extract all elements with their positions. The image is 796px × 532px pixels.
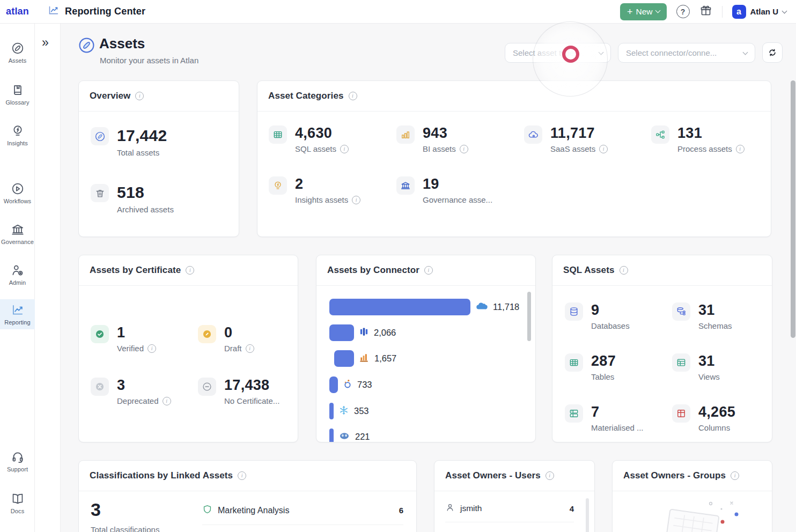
open-book-icon — [0, 492, 35, 506]
card-title: Asset Owners - Groups — [623, 470, 726, 481]
info-icon[interactable]: i — [620, 266, 628, 275]
connector-bar — [329, 299, 470, 315]
assets-by-connector-card: Assets by Connectori 11,718 2,066 1,657 … — [316, 255, 536, 442]
saas-assets-stat: 11,717 SaaS assetsi — [524, 125, 608, 153]
bulb-bolt-icon — [269, 176, 287, 195]
sidebar-item-insights[interactable]: Insights — [0, 120, 35, 150]
sidebar-item-assets[interactable]: Assets — [0, 38, 35, 68]
sidebar-item-glossary[interactable]: Glossary — [0, 79, 35, 109]
card-title: Assets by Certificate — [90, 265, 181, 276]
page-title: Assets — [99, 35, 145, 52]
sql-assets-card: SQL Assetsi 9 Databases 31 Schemas 287 T… — [552, 255, 772, 442]
asset-type-select[interactable]: Select asset type — [505, 43, 611, 63]
materialised-views-stat: 7 Materialised ... — [565, 404, 644, 432]
atlan-logo[interactable]: atlan — [0, 6, 35, 17]
info-icon[interactable]: i — [186, 266, 194, 275]
tables-stat: 287 Tables — [565, 353, 616, 381]
card-title: Asset Owners - Users — [445, 470, 541, 481]
schema-icon — [672, 302, 690, 321]
info-icon[interactable]: i — [148, 344, 156, 353]
sidebar-item-governance[interactable]: Governance — [0, 219, 35, 249]
info-icon[interactable]: i — [599, 145, 608, 153]
headphones-icon — [0, 450, 35, 464]
compass-icon — [91, 127, 109, 145]
user-menu[interactable]: a Atlan U — [732, 5, 787, 19]
no-certificate-stat: 17,438 No Certificate... — [198, 378, 279, 405]
collapse-panel-button[interactable]: » — [42, 35, 48, 50]
sidebar-item-docs[interactable]: Docs — [0, 488, 35, 518]
info-icon[interactable]: i — [349, 92, 357, 100]
deprecated-stat: 3 Deprecatedi — [91, 378, 171, 405]
connector-row: 221 — [329, 428, 370, 442]
refresh-button[interactable] — [762, 42, 783, 63]
info-icon[interactable]: i — [424, 266, 433, 275]
orange-bars-icon — [359, 352, 370, 365]
assets-compass-icon — [78, 37, 95, 56]
connector-bar — [334, 350, 354, 367]
sidebar-item-admin[interactable]: Admin — [0, 260, 35, 290]
snowflake-icon — [338, 405, 349, 418]
book-icon — [0, 83, 35, 97]
cloud-gear-icon — [524, 125, 542, 144]
play-circle-icon — [0, 182, 35, 196]
owner-user-row[interactable]: jsmith 4 — [445, 503, 574, 522]
secondary-rail — [35, 24, 60, 532]
sidebar-item-reporting[interactable]: Reporting — [0, 299, 35, 329]
chevron-down-icon — [655, 8, 660, 13]
gift-icon[interactable] — [699, 4, 712, 19]
reporting-center-app: atlan Reporting Center +New ? a Atlan U — [0, 0, 796, 532]
view-table-icon — [672, 353, 690, 372]
info-icon[interactable]: i — [238, 471, 246, 480]
connector-chart-scrollbar[interactable] — [527, 292, 531, 341]
connector-row: 2,066 — [329, 324, 396, 341]
users-list-scrollbar[interactable] — [586, 498, 589, 532]
ring-connector-icon — [343, 379, 352, 391]
verified-stat: 1 Verifiedi — [91, 325, 156, 353]
sidebar-item-workflows[interactable]: Workflows — [0, 178, 35, 208]
info-icon[interactable]: i — [546, 471, 554, 480]
connector-bar — [329, 403, 334, 419]
info-icon[interactable]: i — [731, 471, 739, 480]
connector-bar — [329, 324, 354, 341]
bank-icon — [396, 176, 415, 195]
chevron-down-icon — [743, 49, 748, 55]
connector-row: 11,718 — [329, 299, 519, 315]
card-title: Overview — [90, 91, 130, 101]
info-icon[interactable]: i — [246, 344, 254, 353]
databases-stat: 9 Databases — [565, 302, 630, 330]
connector-row: 353 — [329, 403, 369, 419]
deprecated-seal-icon — [91, 378, 109, 396]
table-icon — [565, 353, 583, 372]
total-classifications-label: Total classifications — [91, 525, 159, 532]
bar-chart-gold-icon — [396, 125, 415, 144]
info-icon[interactable]: i — [163, 397, 171, 405]
reporting-center-icon — [47, 5, 60, 18]
new-button[interactable]: +New — [620, 3, 667, 20]
info-icon[interactable]: i — [352, 196, 360, 204]
info-icon[interactable]: i — [460, 145, 468, 153]
connector-bar — [329, 376, 338, 393]
schemas-stat: 31 Schemas — [672, 302, 732, 330]
governance-assets-stat: 19 Governance asse... — [396, 176, 492, 204]
avatar: a — [732, 5, 746, 19]
bank-icon — [0, 223, 35, 237]
info-icon[interactable]: i — [736, 145, 745, 153]
help-icon[interactable]: ? — [676, 5, 690, 18]
asset-owners-groups-card: Asset Owners - Groupsi — [612, 460, 772, 532]
sidebar-item-support[interactable]: Support — [0, 446, 35, 476]
bulb-bolt-icon — [0, 124, 35, 138]
info-icon[interactable]: i — [135, 92, 144, 100]
page-scrollbar[interactable] — [791, 80, 795, 338]
total-assets-stat: 17,442 Total assets — [91, 127, 167, 157]
materialised-view-icon — [565, 404, 583, 423]
card-title: SQL Assets — [563, 265, 615, 276]
shield-icon — [202, 504, 212, 517]
classification-row[interactable]: Marketing Analysis 6 — [202, 504, 403, 525]
page-subtitle: Monitor your assets in Atlan — [100, 56, 198, 65]
connector-select[interactable]: Select connector/conne... — [618, 43, 755, 63]
info-icon[interactable]: i — [340, 145, 349, 153]
connector-bar — [329, 428, 334, 442]
chevron-down-icon — [782, 8, 787, 13]
partially-visible-connector-icon — [338, 432, 350, 442]
columns-stat: 4,265 Columns — [672, 404, 735, 432]
